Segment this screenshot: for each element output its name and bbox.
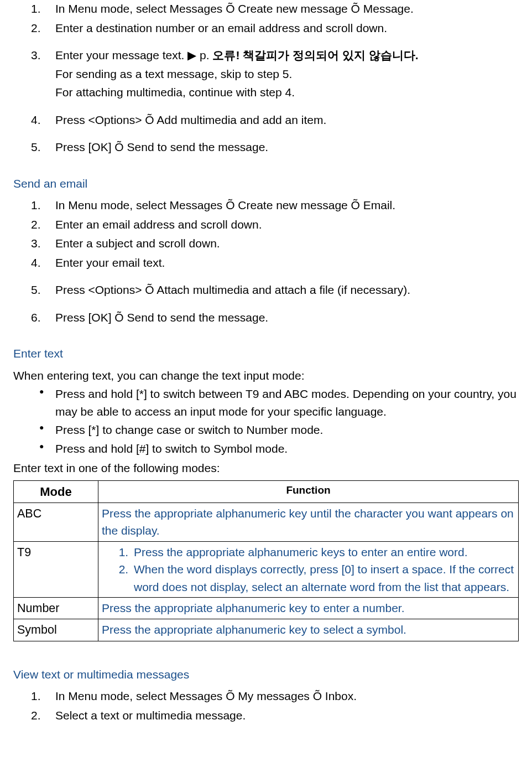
table-row: Number Press the appropriate alphanumeri…	[14, 598, 519, 619]
mode-cell: ABC	[14, 503, 98, 541]
step-text: Enter a destination number or an email a…	[55, 22, 387, 34]
step-text: Press [OK] Õ Send to send the message.	[55, 141, 268, 153]
error-text: 오류! 책갈피가 정의되어 있지 않습니다.	[212, 49, 418, 61]
step-text: Press <Options> Õ Add multimedia and add…	[55, 113, 326, 126]
list-item: Press [*] to change case or switch to Nu…	[46, 421, 519, 439]
list-item: 4. Press <Options> Õ Add multimedia and …	[46, 111, 519, 129]
list-item: Press and hold [#] to switch to Symbol m…	[46, 440, 519, 458]
col-header-function: Function	[98, 480, 519, 503]
bullet-list: Press and hold [*] to switch between T9 …	[13, 385, 519, 457]
mode-cell: Symbol	[14, 619, 98, 641]
step-number: 5.	[31, 138, 41, 156]
step-text: Select a text or multimedia message.	[55, 709, 246, 722]
heading-enter-text: Enter text	[13, 345, 519, 362]
list-item: 2. Enter a destination number or an emai…	[46, 19, 519, 37]
mode-cell: Number	[14, 598, 98, 619]
col-header-mode: Mode	[14, 480, 98, 503]
steps-section-1: 1. In Menu mode, select Messages Õ Creat…	[13, 0, 519, 156]
step-number: 6.	[31, 309, 41, 327]
list-item: 3. Enter a subject and scroll down.	[46, 235, 519, 252]
list-item: 2. Select a text or multimedia message.	[46, 707, 519, 724]
list-item: 1. In Menu mode, select Messages Õ Creat…	[46, 196, 519, 214]
list-item: 4. Enter your email text.	[46, 254, 519, 272]
step-text: Enter a subject and scroll down.	[55, 237, 220, 250]
t9-step: Press the appropriate alphanumeric keys …	[132, 543, 515, 561]
bullet-text: Press and hold [*] to switch between T9 …	[55, 387, 517, 418]
list-item: 2. Enter an email address and scroll dow…	[46, 216, 519, 234]
step-number: 1.	[31, 687, 41, 705]
function-cell: Press the appropriate alphanumeric key t…	[98, 598, 519, 619]
step-text-post: p.	[196, 49, 212, 61]
step-number: 2.	[31, 19, 41, 37]
function-cell: Press the appropriate alphanumeric key u…	[98, 503, 519, 541]
sub-note: For sending as a text message, skip to s…	[55, 65, 519, 83]
step-number: 1.	[31, 196, 41, 214]
list-item: 6. Press [OK] Õ Send to send the message…	[46, 309, 519, 327]
heading-send-email: Send an email	[13, 175, 519, 193]
triangle-icon: ▶	[187, 49, 196, 61]
list-item: 3. Enter your message text. ▶ p. 오류! 책갈피…	[46, 46, 519, 101]
step-number: 4.	[31, 254, 41, 272]
steps-section-4: 1. In Menu mode, select Messages Õ My me…	[13, 687, 519, 724]
step-number: 2.	[31, 216, 41, 234]
sub-note: For attaching multimedia, continue with …	[55, 84, 519, 101]
step-number: 3.	[31, 235, 41, 252]
step-text: In Menu mode, select Messages Õ Create n…	[55, 2, 414, 15]
step-number: 3.	[31, 46, 41, 64]
step-text: In Menu mode, select Messages Õ My messa…	[55, 690, 357, 702]
table-row: Symbol Press the appropriate alphanumeri…	[14, 619, 519, 641]
list-item: 5. Press <Options> Õ Attach multimedia a…	[46, 281, 519, 299]
step-number: 5.	[31, 281, 41, 299]
step-text: In Menu mode, select Messages Õ Create n…	[55, 199, 395, 211]
intro-paragraph: When entering text, you can change the t…	[13, 367, 519, 385]
bullet-text: Press [*] to change case or switch to Nu…	[55, 423, 323, 436]
step-number: 2.	[31, 707, 41, 724]
function-cell: Press the appropriate alphanumeric key t…	[98, 619, 519, 641]
table-row: ABC Press the appropriate alphanumeric k…	[14, 503, 519, 541]
bullet-text: Press and hold [#] to switch to Symbol m…	[55, 442, 288, 455]
t9-step: When the word displays correctly, press …	[132, 561, 515, 595]
list-item: 1. In Menu mode, select Messages Õ My me…	[46, 687, 519, 705]
modes-table: Mode Function ABC Press the appropriate …	[13, 480, 519, 641]
step-text: Enter your email text.	[55, 256, 165, 269]
table-row: T9 Press the appropriate alphanumeric ke…	[14, 541, 519, 598]
step-number: 4.	[31, 111, 41, 129]
step-number: 1.	[31, 0, 41, 18]
step-text: Press [OK] Õ Send to send the message.	[55, 311, 268, 324]
list-item: 5. Press [OK] Õ Send to send the message…	[46, 138, 519, 156]
step-text-pre: Enter your message text.	[55, 49, 187, 61]
mode-cell: T9	[14, 541, 98, 598]
function-cell: Press the appropriate alphanumeric keys …	[98, 541, 519, 598]
list-item: Press and hold [*] to switch between T9 …	[46, 385, 519, 420]
list-item: 1. In Menu mode, select Messages Õ Creat…	[46, 0, 519, 18]
step-text: Enter an email address and scroll down.	[55, 218, 262, 231]
heading-view-messages: View text or multimedia messages	[13, 666, 519, 683]
step-text: Press <Options> Õ Attach multimedia and …	[55, 283, 410, 296]
steps-section-2: 1. In Menu mode, select Messages Õ Creat…	[13, 196, 519, 326]
intro-paragraph-2: Enter text in one of the following modes…	[13, 459, 519, 477]
